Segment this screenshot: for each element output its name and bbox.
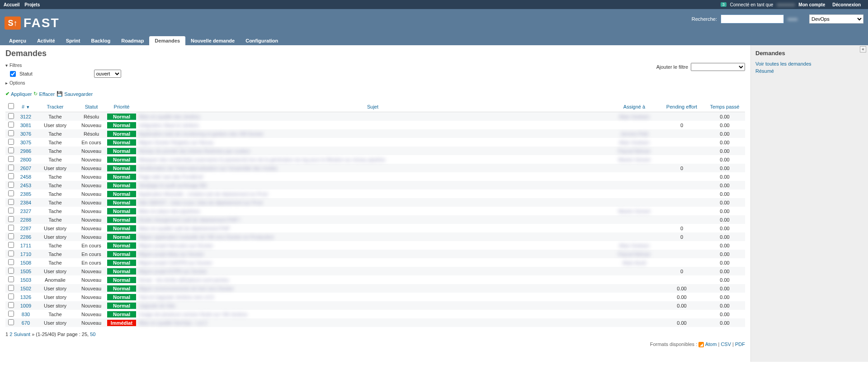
issue-id-link[interactable]: 3081 — [20, 123, 31, 128]
issue-id-link[interactable]: 3076 — [20, 131, 31, 137]
table-row[interactable]: 2287User storyNouveauNormalMise en quali… — [5, 224, 745, 232]
issue-id-link[interactable]: 1502 — [20, 286, 31, 291]
issue-id-link[interactable]: 1326 — [20, 294, 31, 300]
row-checkbox[interactable] — [8, 173, 14, 179]
row-checkbox[interactable] — [8, 182, 14, 188]
issue-id-link[interactable]: 2986 — [20, 148, 31, 154]
issue-subject-link[interactable]: Upgrade de Gite — [139, 303, 175, 308]
row-checkbox[interactable] — [8, 165, 14, 171]
issue-id-link[interactable]: 2286 — [20, 234, 31, 240]
issue-subject-link[interactable]: Amélioration de l'internationalisation s… — [139, 166, 277, 171]
row-checkbox[interactable] — [8, 268, 14, 274]
issue-id-link[interactable]: 830 — [22, 312, 30, 317]
issue-subject-link[interactable]: Mise en place des pipelines — [139, 208, 200, 214]
tab-roadmap[interactable]: Roadmap — [116, 36, 149, 45]
project-select[interactable]: DevOps — [809, 14, 863, 24]
row-checkbox[interactable] — [8, 139, 14, 145]
apply-button[interactable]: ✔Appliquer — [5, 91, 32, 97]
issue-subject-link[interactable]: Niveau de priorité des tickets Redmine p… — [139, 148, 250, 154]
table-row[interactable]: 3122TacheRésoluNormalMise en qualité des… — [5, 112, 745, 121]
row-checkbox[interactable] — [8, 285, 14, 291]
issue-subject-link[interactable]: Etude changement outil de déploiement PH… — [139, 217, 241, 223]
issue-subject-link[interactable]: Stratégie & audit archivage BD — [139, 183, 207, 188]
next-page-link[interactable]: Suivant — [14, 332, 30, 337]
issue-id-link[interactable]: 2453 — [20, 183, 31, 188]
table-row[interactable]: 1009User storyNouveauNormalUpgrade de Gi… — [5, 301, 745, 310]
issue-id-link[interactable]: 2327 — [20, 208, 31, 214]
save-button[interactable]: 💾Sauvegarder — [57, 91, 93, 97]
issue-subject-link[interactable]: Migrer environnements de test vers Docke… — [139, 286, 234, 291]
table-row[interactable]: 1326User storyNouveauNormalTest et Upgra… — [5, 293, 745, 301]
tab-sprint[interactable]: Sprint — [61, 36, 86, 45]
current-user[interactable]: xxxxxxxx — [777, 2, 795, 7]
row-checkbox[interactable] — [8, 225, 14, 231]
row-checkbox[interactable] — [8, 130, 14, 136]
col-id[interactable]: # — [22, 104, 24, 109]
table-row[interactable]: 2453TacheNouveauNormalStratégie & audit … — [5, 181, 745, 190]
table-row[interactable]: 3081User storyNouveauNormalIntégration S… — [5, 121, 745, 129]
row-checkbox[interactable] — [8, 233, 14, 239]
export-pdf[interactable]: PDF — [735, 341, 745, 347]
table-row[interactable]: 2286User storyNouveauNormalMigrer applic… — [5, 232, 745, 241]
export-atom[interactable]: Atom — [705, 341, 717, 347]
page-2-link[interactable]: 2 — [9, 332, 12, 337]
add-filter-select[interactable] — [691, 63, 745, 71]
export-csv[interactable]: CSV — [721, 341, 731, 347]
issue-id-link[interactable]: 2287 — [20, 226, 31, 231]
table-row[interactable]: 2288TacheNouveauNormalEtude changement o… — [5, 215, 745, 224]
issue-id-link[interactable]: 2385 — [20, 191, 31, 197]
sidebar-all-issues[interactable]: Voir toutes les demandes — [755, 61, 863, 66]
issue-id-link[interactable]: 670 — [22, 320, 30, 326]
sidebar-toggle[interactable]: « — [860, 46, 866, 52]
col-pending[interactable]: Pending effort — [666, 104, 697, 109]
row-checkbox[interactable] — [8, 319, 14, 325]
my-account-link[interactable]: Mon compte — [798, 2, 825, 7]
issue-subject-link[interactable]: Usage de plusieurs version Node sur VM J… — [139, 312, 247, 317]
tab-nouvelle-demande[interactable]: Nouvelle demande — [185, 36, 240, 45]
tab-activité[interactable]: Activité — [32, 36, 61, 45]
row-checkbox[interactable] — [8, 302, 14, 308]
issue-id-link[interactable]: 2800 — [20, 157, 31, 162]
col-priority[interactable]: Priorité — [114, 104, 130, 109]
issue-id-link[interactable]: 3122 — [20, 114, 31, 119]
issue-id-link[interactable]: 1711 — [20, 243, 31, 248]
notification-badge[interactable]: 3 — [721, 2, 726, 7]
table-row[interactable]: 1502User storyNouveauNormalMigrer enviro… — [5, 284, 745, 293]
table-row[interactable]: 1505User storyNouveauNormalMigrer projet… — [5, 267, 745, 275]
tab-demandes[interactable]: Demandes — [149, 36, 185, 45]
issue-subject-link[interactable]: Migrer Docker Registry sur Nexus — [139, 140, 213, 145]
table-row[interactable]: 2385TacheNouveauNormalApplication Mutuel… — [5, 190, 745, 198]
table-row[interactable]: 2800TacheNouveauNormalMasquer des creden… — [5, 155, 745, 164]
issue-subject-link[interactable]: Migrer projet Alias sur Docker — [139, 251, 204, 257]
issue-subject-link[interactable]: Application Mutuelle - création job de d… — [139, 191, 268, 197]
issue-id-link[interactable]: 1710 — [20, 251, 31, 257]
issue-subject-link[interactable]: Test et Upgrade Jenkins vers v2.0 — [139, 294, 214, 300]
issue-subject-link[interactable]: Mise en qualité des Jenkins — [139, 114, 200, 119]
issue-id-link[interactable]: 3075 — [20, 140, 31, 145]
filter-status-select[interactable]: ouvert — [94, 70, 121, 78]
col-status[interactable]: Statut — [85, 104, 98, 109]
table-row[interactable]: 3075TacheEn coursNormalMigrer Docker Reg… — [5, 138, 745, 147]
row-checkbox[interactable] — [8, 147, 14, 153]
clear-button[interactable]: ↻Effacer — [33, 91, 55, 97]
col-tracker[interactable]: Tracker — [47, 104, 64, 109]
row-checkbox[interactable] — [8, 122, 14, 128]
issue-subject-link[interactable]: Migrer application mutuelle de VM vers D… — [139, 234, 274, 240]
table-row[interactable]: 3076TacheRésoluNormalApplication web de … — [5, 129, 745, 138]
issue-subject-link[interactable]: Mise en qualité DevOps - Lot 2 — [139, 320, 207, 326]
logo[interactable]: S↑ FAST — [5, 15, 60, 31]
row-checkbox[interactable] — [8, 311, 14, 317]
table-row[interactable]: 670User storyNouveauImmédiatMise en qual… — [5, 318, 745, 327]
table-row[interactable]: 2458TacheNouveauNormalPage web 'axe des … — [5, 172, 745, 181]
row-checkbox[interactable] — [8, 216, 14, 222]
row-checkbox[interactable] — [8, 251, 14, 256]
issue-id-link[interactable]: 2458 — [20, 174, 31, 180]
tab-backlog[interactable]: Backlog — [85, 36, 116, 45]
col-assigned[interactable]: Assigné à — [623, 104, 645, 109]
search-input[interactable] — [721, 14, 784, 24]
row-checkbox[interactable] — [8, 294, 14, 299]
table-row[interactable]: 2327TacheNouveauNormalMise en place des … — [5, 207, 745, 215]
issue-id-link[interactable]: 1505 — [20, 269, 31, 274]
nav-projects[interactable]: Projets — [24, 2, 40, 7]
issue-id-link[interactable]: 2384 — [20, 200, 31, 205]
